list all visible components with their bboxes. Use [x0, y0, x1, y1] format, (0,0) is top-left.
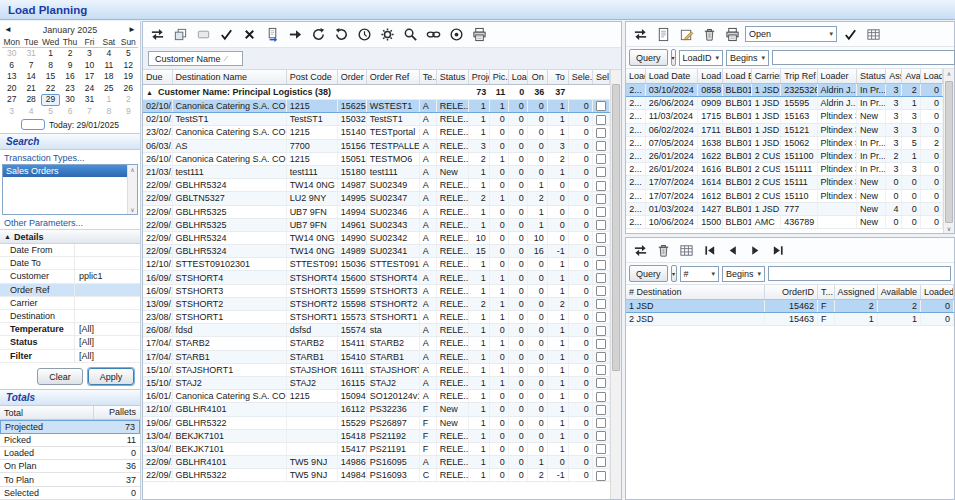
table-row[interactable]: 16/01/...Canonica Catering S.A. CO121515…: [143, 390, 610, 403]
calendar-day-selected[interactable]: 29: [41, 94, 60, 106]
detail-field-status[interactable]: Status[All]: [0, 336, 140, 349]
table-row[interactable]: 2...06/02/20241711BLB011 JSD15121Pltinde…: [626, 123, 943, 136]
query-value-input[interactable]: [772, 50, 955, 65]
calendar-day[interactable]: 13: [2, 71, 21, 83]
row-checkbox[interactable]: [596, 431, 606, 441]
column-header[interactable]: Loaded: [920, 69, 942, 84]
table-row[interactable]: 1 JSD15462F220: [626, 300, 954, 313]
sync-button[interactable]: [630, 240, 650, 260]
trash-button[interactable]: [653, 240, 673, 260]
today-box-icon[interactable]: [21, 119, 45, 130]
column-header[interactable]: Assigned: [834, 285, 877, 300]
nav-next-button[interactable]: [745, 240, 765, 260]
calendar-day[interactable]: 26: [119, 83, 138, 95]
calendar-day[interactable]: 27: [2, 94, 21, 106]
detail-field-destination[interactable]: Destination: [0, 310, 140, 323]
query-dropdown-icon[interactable]: ▾: [671, 49, 676, 66]
detail-field-customer[interactable]: Customerpplic1: [0, 270, 140, 283]
table-row[interactable]: 2...10/06/20241500BLB01AMC436789New000: [626, 215, 943, 228]
table-row[interactable]: 16/09/...STSHORT3STSHORT315599STSHORT3AR…: [143, 284, 610, 297]
orders-vertical-scrollbar[interactable]: [610, 70, 621, 499]
sync-button[interactable]: [147, 25, 167, 45]
calendar-day[interactable]: 14: [21, 71, 40, 83]
row-checkbox[interactable]: [596, 167, 606, 177]
calendar-day[interactable]: 7: [21, 60, 40, 72]
grid-button[interactable]: [863, 24, 883, 44]
scrollbar-thumb[interactable]: [945, 81, 953, 223]
transaction-type-item[interactable]: Sales Orders: [3, 165, 137, 177]
calendar-day[interactable]: 8: [41, 60, 60, 72]
column-header[interactable]: Order Ref: [366, 70, 419, 85]
row-checkbox[interactable]: [596, 220, 606, 230]
table-row[interactable]: 16/09/...STSHORT4STSHORT415600STSHORT4AR…: [143, 271, 610, 284]
table-row[interactable]: 2...17/07/20241612BLB012 CUS15110Pltinde…: [626, 189, 943, 202]
calendar-day[interactable]: 19: [119, 71, 138, 83]
field-value[interactable]: [All]: [74, 336, 140, 348]
calendar-day[interactable]: 30: [60, 94, 79, 106]
table-row[interactable]: 2...26/01/20241616BLB012 CUS151111Pltind…: [626, 163, 943, 176]
table-row[interactable]: 06/03/...AS770015156TESTPALLETC...ARELE.…: [143, 139, 610, 152]
table-row[interactable]: 22/09/...GBLHR5322TW5 9NJ14984PS16093CRE…: [143, 469, 610, 482]
table-row[interactable]: 2...26/01/20241622BLB012 CUS151100Pltind…: [626, 149, 943, 162]
query-button[interactable]: Query: [629, 49, 668, 66]
calendar-day[interactable]: 2: [60, 48, 79, 60]
group-row[interactable]: ▲ Customer Name: Principal Logistics (38…: [143, 85, 610, 100]
calendar-day[interactable]: 28: [21, 94, 40, 106]
check-button[interactable]: [216, 25, 236, 45]
scroll-up-icon[interactable]: ∧: [947, 70, 951, 77]
calendar-prev-icon[interactable]: ◄: [2, 25, 14, 34]
table-row[interactable]: 13/04/...BEKJK710115418PS21192FRELE...10…: [143, 429, 610, 442]
column-header[interactable]: Loa...: [508, 70, 527, 85]
nav-first-button[interactable]: [699, 240, 719, 260]
row-checkbox[interactable]: [596, 365, 606, 375]
column-header[interactable]: Trip Ref: [781, 69, 817, 84]
row-checkbox[interactable]: [596, 457, 606, 467]
table-row[interactable]: 22/09/...GBLHR5325UB7 9FN14961SU02343ARE…: [143, 218, 610, 231]
row-checkbox[interactable]: [596, 299, 606, 309]
query-operator-dropdown[interactable]: Begins▾: [722, 266, 765, 282]
table-row[interactable]: 23/08/...STSHORT1STSHORT115573STSHORT1AR…: [143, 311, 610, 324]
column-header[interactable]: Carrier: [751, 69, 780, 84]
field-value[interactable]: [74, 284, 140, 296]
column-header[interactable]: Load Date: [645, 69, 698, 84]
calendar-day[interactable]: 30: [2, 48, 21, 60]
calendar-day[interactable]: 2: [119, 94, 138, 106]
calendar-day[interactable]: 23: [60, 83, 79, 95]
row-checkbox[interactable]: [596, 312, 606, 322]
cross-button[interactable]: [239, 25, 259, 45]
details-group-header[interactable]: ▲ Details: [0, 229, 140, 244]
apply-button[interactable]: Apply: [88, 368, 134, 385]
calendar-day[interactable]: 21: [21, 83, 40, 95]
calendar-day[interactable]: 3: [2, 106, 21, 118]
detail-field-order-ref[interactable]: Order Ref: [0, 284, 140, 297]
table-row[interactable]: 17/04/...STARB1STARB115410STARB1ARELE...…: [143, 350, 610, 363]
doc-arrow-button[interactable]: [262, 25, 282, 45]
calendar-day[interactable]: 8: [99, 106, 118, 118]
table-row[interactable]: 13/09/...STSHORT2STSHORT215598STSHORT2AR…: [143, 297, 610, 310]
row-checkbox[interactable]: [596, 392, 606, 402]
trash-button[interactable]: [699, 24, 719, 44]
sync-button[interactable]: [630, 24, 650, 44]
table-row[interactable]: 2...07/05/20241638BLB011 JSD15062Pltinde…: [626, 136, 943, 149]
table-row[interactable]: 2...17/07/20241614BLB012 CUS15111Pltinde…: [626, 176, 943, 189]
table-row[interactable]: 2...11/03/20241715BLB011 JSD15163Pltinde…: [626, 110, 943, 123]
row-checkbox[interactable]: [596, 286, 606, 296]
column-header[interactable]: T...: [818, 285, 834, 300]
table-row[interactable]: 15/10/...STAJ2STAJ216115STAJ2ARELE...110…: [143, 376, 610, 389]
detail-field-carrier[interactable]: Carrier: [0, 297, 140, 310]
table-row[interactable]: 22/09/...GBLTN5327LU2 9NY14995SU02347ARE…: [143, 192, 610, 205]
table-row[interactable]: 22/09/...GBLHR5324TW14 0NG14990SU02342AR…: [143, 231, 610, 244]
row-checkbox[interactable]: [596, 194, 606, 204]
row-checkbox[interactable]: [596, 141, 606, 151]
column-header[interactable]: OrderID: [764, 285, 818, 300]
detail-field-date-to[interactable]: Date To: [0, 257, 140, 270]
row-checkbox[interactable]: [596, 273, 606, 283]
query-dropdown-icon[interactable]: ▾: [671, 265, 677, 282]
doc-button[interactable]: [653, 24, 673, 44]
table-row[interactable]: 12/10/...GBLHR410116112PS32236FNew100010: [143, 403, 610, 416]
listbox-scrollbar[interactable]: ∧∨: [127, 165, 137, 214]
calendar-day[interactable]: 1: [99, 94, 118, 106]
query-operator-dropdown[interactable]: Begins▾: [726, 50, 769, 66]
grid-button[interactable]: [676, 240, 696, 260]
rotate-cw-button[interactable]: [308, 25, 328, 45]
